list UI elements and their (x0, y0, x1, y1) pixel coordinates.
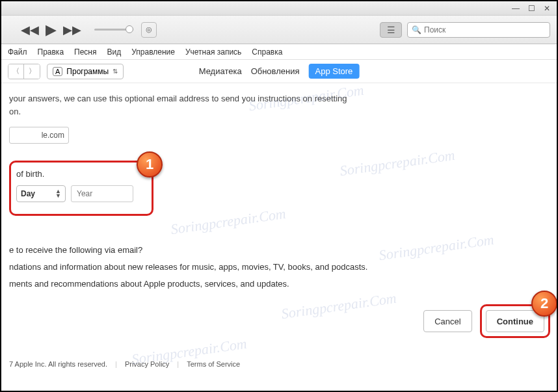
tab-library[interactable]: Медиатека (199, 66, 242, 76)
birth-highlight-box: of birth. Day ▲▼ (9, 161, 153, 216)
birth-section: of birth. Day ▲▼ 1 (9, 161, 153, 216)
next-icon[interactable]: ▶▶ (63, 23, 81, 37)
menu-account[interactable]: Учетная запись (185, 47, 241, 57)
privacy-link[interactable]: Privacy Policy (125, 360, 169, 368)
category-label: Программы (66, 67, 109, 76)
menu-view[interactable]: Вид (107, 47, 122, 57)
day-select[interactable]: Day ▲▼ (16, 185, 66, 202)
minimize-button[interactable]: — (509, 3, 523, 14)
chevron-updown-icon: ⇅ (113, 68, 118, 75)
prefs-line: ments and recommendations about Apple pr… (9, 276, 557, 293)
tab-updates[interactable]: Обновления (251, 66, 300, 76)
menu-edit[interactable]: Правка (38, 47, 64, 57)
separator: | (115, 360, 117, 368)
action-row: Cancel Continue 2 (423, 304, 550, 338)
volume-slider[interactable] (94, 29, 133, 31)
callout-badge-2: 2 (531, 291, 557, 317)
intro-line: on. (9, 105, 557, 118)
watermark: Soringpcrepair.Com (280, 290, 397, 323)
search-input[interactable] (424, 25, 546, 34)
day-select-label: Day (21, 189, 35, 198)
search-field[interactable]: 🔍 (407, 22, 550, 38)
menu-file[interactable]: Файл (8, 47, 27, 57)
footer: 7 Apple Inc. All rights reserved. | Priv… (9, 360, 240, 368)
content-area: your answers, we can use this optional e… (1, 83, 557, 380)
cancel-button[interactable]: Cancel (423, 310, 472, 332)
watermark: Soringpcrepair.Com (339, 147, 456, 180)
separator: | (177, 360, 179, 368)
continue-highlight-box: Continue 2 (480, 304, 550, 338)
tab-appstore[interactable]: App Store (309, 64, 360, 79)
terms-link[interactable]: Terms of Service (187, 360, 240, 368)
year-input[interactable] (71, 185, 133, 202)
forward-button[interactable]: 〉 (24, 64, 40, 79)
navbar-tabs: Медиатека Обновления App Store (199, 64, 360, 79)
menu-help[interactable]: Справка (252, 47, 282, 57)
maximize-button[interactable]: ☐ (524, 3, 538, 14)
toolbar: ◀◀ ▶ ▶▶ ◎ ☰ 🔍 (1, 16, 557, 44)
window-titlebar: — ☐ ✕ (1, 1, 557, 16)
navbar: 〈 〉 A Программы ⇅ Медиатека Обновления A… (1, 60, 557, 83)
optional-email-field[interactable]: le.com (9, 127, 69, 144)
prefs-line: ndations and information about new relea… (9, 259, 557, 276)
prefs-question: e to receive the following via email? (9, 242, 557, 259)
menu-controls[interactable]: Управление (131, 47, 175, 57)
close-button[interactable]: ✕ (540, 3, 554, 14)
email-preferences: e to receive the following via email? nd… (9, 242, 557, 293)
search-icon: 🔍 (412, 25, 421, 34)
callout-badge-1: 1 (137, 151, 163, 177)
nav-backforward: 〈 〉 (8, 64, 40, 79)
updown-arrows-icon: ▲▼ (55, 189, 61, 198)
copyright-text: 7 Apple Inc. All rights reserved. (9, 360, 107, 368)
play-icon[interactable]: ▶ (46, 21, 57, 38)
intro-line: your answers, we can use this optional e… (9, 92, 557, 105)
playback-controls: ◀◀ ▶ ▶▶ (21, 21, 81, 38)
menu-song[interactable]: Песня (74, 47, 96, 57)
intro-text: your answers, we can use this optional e… (9, 92, 557, 118)
back-button[interactable]: 〈 (8, 64, 24, 79)
apps-icon: A (53, 67, 62, 76)
watermark: Soringpcrepair.Com (170, 205, 287, 239)
list-view-icon[interactable]: ☰ (380, 22, 402, 38)
birth-label: of birth. (16, 169, 145, 179)
category-selector[interactable]: A Программы ⇅ (47, 64, 124, 79)
previous-icon[interactable]: ◀◀ (21, 23, 39, 37)
menubar: Файл Правка Песня Вид Управление Учетная… (1, 44, 557, 60)
airplay-icon[interactable]: ◎ (141, 22, 157, 38)
